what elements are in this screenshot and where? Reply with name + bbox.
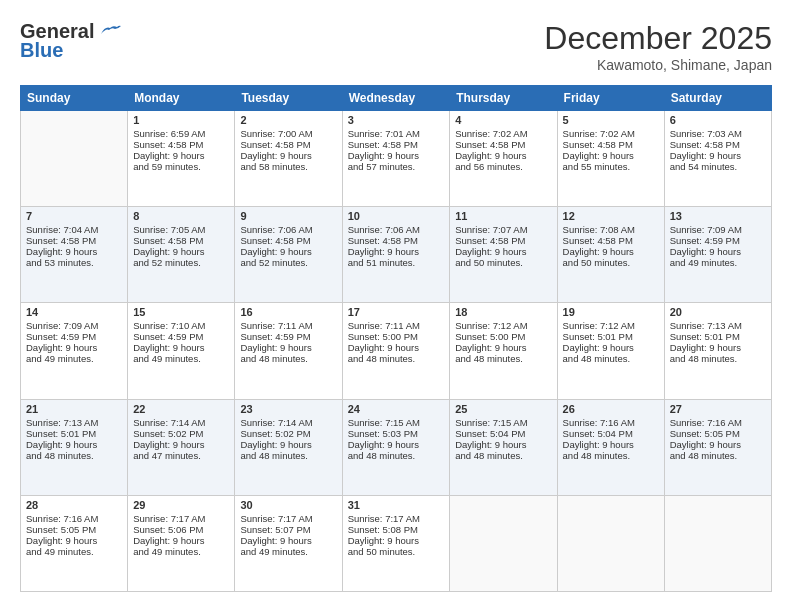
cell-text: Daylight: 9 hours — [455, 246, 551, 257]
table-row: 21Sunrise: 7:13 AMSunset: 5:01 PMDayligh… — [21, 399, 128, 495]
month-title: December 2025 — [544, 20, 772, 57]
cell-text: Sunset: 5:01 PM — [563, 331, 659, 342]
cell-text: and 49 minutes. — [133, 546, 229, 557]
cell-text: and 49 minutes. — [240, 546, 336, 557]
cell-text: Sunset: 4:58 PM — [348, 235, 445, 246]
table-row: 22Sunrise: 7:14 AMSunset: 5:02 PMDayligh… — [128, 399, 235, 495]
cell-text: Sunset: 4:59 PM — [670, 235, 766, 246]
cell-text: Sunrise: 7:05 AM — [133, 224, 229, 235]
cell-text: Daylight: 9 hours — [455, 342, 551, 353]
cell-text: and 48 minutes. — [563, 450, 659, 461]
table-row: 31Sunrise: 7:17 AMSunset: 5:08 PMDayligh… — [342, 495, 450, 591]
day-number: 24 — [348, 403, 445, 415]
table-row — [450, 495, 557, 591]
day-number: 9 — [240, 210, 336, 222]
table-row: 11Sunrise: 7:07 AMSunset: 4:58 PMDayligh… — [450, 207, 557, 303]
cell-text: Sunset: 5:00 PM — [455, 331, 551, 342]
day-number: 8 — [133, 210, 229, 222]
cell-text: Sunrise: 7:14 AM — [240, 417, 336, 428]
cell-text: Daylight: 9 hours — [133, 439, 229, 450]
cell-text: Sunset: 5:02 PM — [240, 428, 336, 439]
day-number: 4 — [455, 114, 551, 126]
cell-text: Sunrise: 7:02 AM — [563, 128, 659, 139]
cell-text: Daylight: 9 hours — [240, 439, 336, 450]
cell-text: Sunrise: 7:11 AM — [348, 320, 445, 331]
cell-text: Sunset: 4:58 PM — [26, 235, 122, 246]
day-number: 27 — [670, 403, 766, 415]
cell-text: and 58 minutes. — [240, 161, 336, 172]
day-number: 2 — [240, 114, 336, 126]
day-number: 25 — [455, 403, 551, 415]
cell-text: Daylight: 9 hours — [26, 246, 122, 257]
cell-text: and 56 minutes. — [455, 161, 551, 172]
day-number: 26 — [563, 403, 659, 415]
calendar-week-row: 28Sunrise: 7:16 AMSunset: 5:05 PMDayligh… — [21, 495, 772, 591]
cell-text: Sunrise: 7:08 AM — [563, 224, 659, 235]
col-monday: Monday — [128, 86, 235, 111]
cell-text: Sunset: 4:58 PM — [670, 139, 766, 150]
table-row: 24Sunrise: 7:15 AMSunset: 5:03 PMDayligh… — [342, 399, 450, 495]
cell-text: Sunset: 5:01 PM — [26, 428, 122, 439]
cell-text: Sunrise: 6:59 AM — [133, 128, 229, 139]
table-row: 16Sunrise: 7:11 AMSunset: 4:59 PMDayligh… — [235, 303, 342, 399]
cell-text: Sunset: 4:58 PM — [563, 235, 659, 246]
cell-text: and 48 minutes. — [348, 353, 445, 364]
cell-text: Sunrise: 7:14 AM — [133, 417, 229, 428]
cell-text: Sunrise: 7:16 AM — [670, 417, 766, 428]
cell-text: Daylight: 9 hours — [133, 342, 229, 353]
cell-text: Daylight: 9 hours — [563, 439, 659, 450]
table-row: 10Sunrise: 7:06 AMSunset: 4:58 PMDayligh… — [342, 207, 450, 303]
cell-text: Daylight: 9 hours — [348, 535, 445, 546]
cell-text: Sunset: 4:58 PM — [563, 139, 659, 150]
logo-blue-text: Blue — [20, 39, 63, 62]
calendar-header-row: Sunday Monday Tuesday Wednesday Thursday… — [21, 86, 772, 111]
page: General Blue December 2025 Kawamoto, Shi… — [0, 0, 792, 612]
cell-text: Sunset: 4:58 PM — [240, 235, 336, 246]
cell-text: Daylight: 9 hours — [348, 342, 445, 353]
cell-text: Sunset: 4:58 PM — [455, 235, 551, 246]
logo-bird-icon — [99, 24, 121, 40]
cell-text: Sunrise: 7:17 AM — [348, 513, 445, 524]
cell-text: Sunrise: 7:11 AM — [240, 320, 336, 331]
cell-text: and 48 minutes. — [455, 353, 551, 364]
calendar-week-row: 21Sunrise: 7:13 AMSunset: 5:01 PMDayligh… — [21, 399, 772, 495]
cell-text: and 49 minutes. — [26, 546, 122, 557]
cell-text: and 48 minutes. — [348, 450, 445, 461]
calendar-week-row: 14Sunrise: 7:09 AMSunset: 4:59 PMDayligh… — [21, 303, 772, 399]
cell-text: Sunrise: 7:07 AM — [455, 224, 551, 235]
cell-text: Sunrise: 7:00 AM — [240, 128, 336, 139]
table-row: 6Sunrise: 7:03 AMSunset: 4:58 PMDaylight… — [664, 111, 771, 207]
cell-text: Sunrise: 7:01 AM — [348, 128, 445, 139]
cell-text: and 51 minutes. — [348, 257, 445, 268]
cell-text: Daylight: 9 hours — [26, 535, 122, 546]
cell-text: Sunrise: 7:09 AM — [670, 224, 766, 235]
col-saturday: Saturday — [664, 86, 771, 111]
cell-text: and 52 minutes. — [240, 257, 336, 268]
col-wednesday: Wednesday — [342, 86, 450, 111]
table-row — [21, 111, 128, 207]
table-row: 25Sunrise: 7:15 AMSunset: 5:04 PMDayligh… — [450, 399, 557, 495]
cell-text: Daylight: 9 hours — [133, 246, 229, 257]
cell-text: and 48 minutes. — [670, 353, 766, 364]
table-row: 26Sunrise: 7:16 AMSunset: 5:04 PMDayligh… — [557, 399, 664, 495]
cell-text: Sunset: 5:01 PM — [670, 331, 766, 342]
cell-text: and 49 minutes. — [26, 353, 122, 364]
cell-text: and 48 minutes. — [563, 353, 659, 364]
day-number: 22 — [133, 403, 229, 415]
cell-text: Sunrise: 7:15 AM — [348, 417, 445, 428]
table-row: 15Sunrise: 7:10 AMSunset: 4:59 PMDayligh… — [128, 303, 235, 399]
day-number: 20 — [670, 306, 766, 318]
cell-text: Daylight: 9 hours — [455, 150, 551, 161]
cell-text: Daylight: 9 hours — [563, 150, 659, 161]
cell-text: Daylight: 9 hours — [348, 439, 445, 450]
cell-text: Sunrise: 7:09 AM — [26, 320, 122, 331]
cell-text: and 57 minutes. — [348, 161, 445, 172]
day-number: 16 — [240, 306, 336, 318]
cell-text: Sunrise: 7:06 AM — [240, 224, 336, 235]
day-number: 18 — [455, 306, 551, 318]
table-row: 4Sunrise: 7:02 AMSunset: 4:58 PMDaylight… — [450, 111, 557, 207]
table-row: 13Sunrise: 7:09 AMSunset: 4:59 PMDayligh… — [664, 207, 771, 303]
cell-text: Sunset: 4:58 PM — [240, 139, 336, 150]
cell-text: Sunrise: 7:16 AM — [26, 513, 122, 524]
calendar-week-row: 1Sunrise: 6:59 AMSunset: 4:58 PMDaylight… — [21, 111, 772, 207]
